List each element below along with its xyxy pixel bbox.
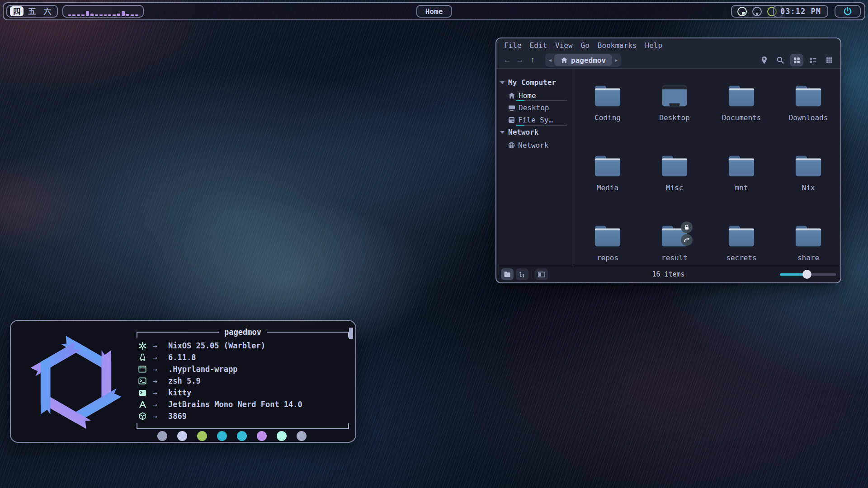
path-tab[interactable]: pagedmov — [554, 54, 612, 66]
zoom-slider-knob[interactable] — [802, 270, 811, 279]
location-pin-icon[interactable] — [757, 54, 771, 66]
clock-widget[interactable]: 03:12 PM — [773, 5, 828, 18]
back-button[interactable]: ← — [501, 54, 514, 66]
fetch-row-tux: →6.11.8 — [137, 352, 349, 363]
fm-toolbar: ← → ↑ ◂ pagedmov ▸ — [496, 52, 840, 68]
forward-button[interactable]: → — [514, 54, 526, 66]
tab-scroll-right-icon[interactable]: ▸ — [612, 57, 620, 63]
menu-file[interactable]: File — [500, 40, 526, 51]
workspace-switcher: 四五六 — [6, 5, 58, 18]
tree-pane-toggle[interactable] — [516, 268, 528, 280]
menu-view[interactable]: View — [551, 40, 577, 51]
status-ring-fill — [754, 8, 760, 15]
search-icon[interactable] — [774, 54, 787, 66]
folder-documents[interactable]: Documents — [708, 80, 775, 150]
terminal-cursor — [349, 328, 353, 339]
sidebar-item-network[interactable]: Network — [496, 139, 572, 151]
folder-desktop[interactable]: Desktop — [641, 80, 708, 150]
audio-visualizer-bars — [68, 7, 138, 16]
up-button[interactable]: ↑ — [526, 54, 539, 66]
sidebar-item-filesy[interactable]: File Sy… — [496, 113, 572, 126]
sidebar-item-label: Home — [519, 91, 536, 100]
folder-icon — [794, 84, 822, 108]
folder-icon — [594, 84, 622, 108]
viz-bar — [99, 14, 103, 16]
arrow-icon: → — [153, 400, 164, 409]
folder-name-label: Nix — [802, 183, 815, 192]
palette-dot-5 — [237, 431, 247, 441]
terminal-color-palette — [157, 431, 307, 441]
folder-mnt[interactable]: mnt — [708, 150, 775, 220]
side-panel-toggle[interactable] — [535, 268, 548, 280]
folder-coding[interactable]: Coding — [574, 80, 641, 150]
palette-dot-1 — [157, 431, 167, 441]
folder-name-label: secrets — [726, 253, 756, 262]
lock-emblem-icon — [681, 221, 693, 233]
sidebar-item-desktop[interactable]: Desktop — [496, 101, 572, 113]
window-icon — [137, 366, 148, 373]
workspace-五[interactable]: 五 — [25, 6, 39, 16]
menu-go[interactable]: Go — [577, 40, 594, 51]
sidebar-group-my-computer[interactable]: My Computer — [496, 76, 572, 89]
folder-icon — [794, 224, 822, 248]
power-button[interactable] — [835, 5, 861, 18]
status-ring-2 — [752, 7, 762, 16]
arrow-icon: → — [153, 365, 164, 374]
folder-icon — [660, 224, 689, 248]
fetch-value: 3869 — [168, 412, 187, 421]
home-icon — [508, 92, 515, 99]
arrow-icon: → — [153, 389, 164, 397]
viz-bar — [126, 14, 129, 16]
desktop-icon — [660, 84, 689, 108]
sidebar-group-label: My Computer — [508, 78, 556, 87]
palette-dot-4 — [217, 431, 227, 441]
compact-view-toggle[interactable] — [806, 54, 820, 66]
nixos-logo — [24, 331, 127, 434]
fastfetch-terminal: pagedmov →NixOS 25.05 (Warbler)→6.11.8→.… — [10, 320, 356, 443]
fetch-value: kitty — [168, 388, 191, 397]
font-icon — [137, 401, 148, 408]
folder-icon — [727, 154, 755, 178]
viz-bar — [135, 14, 138, 16]
fetch-value: .Hyprland-wrapp — [168, 365, 238, 374]
menu-help[interactable]: Help — [641, 40, 667, 51]
statusbar-separator — [532, 269, 532, 279]
menu-edit[interactable]: Edit — [526, 40, 552, 51]
fm-menubar: FileEditViewGoBookmarksHelp — [496, 38, 840, 52]
folder-downloads[interactable]: Downloads — [775, 80, 841, 150]
folder-name-label: repos — [597, 253, 618, 262]
top-status-bar: 四五六 Home 03:12 PM — [3, 2, 865, 20]
folder-nix[interactable]: Nix — [775, 150, 841, 220]
terminal-icon — [137, 389, 148, 396]
folder-media[interactable]: Media — [574, 150, 641, 220]
fetch-value: 6.11.8 — [168, 353, 196, 362]
folder-misc[interactable]: Misc — [641, 150, 708, 220]
sidebar-group-network[interactable]: Network — [496, 126, 572, 139]
viz-bar — [68, 14, 71, 16]
arrow-icon: → — [153, 353, 164, 362]
folder-icon — [727, 84, 755, 108]
folder-name-label: Coding — [594, 113, 621, 122]
folder-name-label: mnt — [735, 183, 748, 192]
status-ring-1 — [737, 7, 747, 16]
menu-bookmarks[interactable]: Bookmarks — [594, 40, 641, 51]
sidebar-item-home[interactable]: Home — [496, 89, 572, 101]
thumbnail-view-toggle[interactable] — [822, 54, 836, 66]
places-pane-toggle[interactable] — [501, 268, 514, 280]
zoom-slider[interactable] — [780, 268, 836, 280]
fm-statusbar: 16 items — [496, 266, 840, 282]
workspace-四[interactable]: 四 — [10, 6, 24, 16]
tab-scroll-left-icon[interactable]: ◂ — [546, 57, 554, 63]
fm-sidebar: My ComputerHomeDesktopFile Sy…NetworkNet… — [496, 69, 572, 266]
icon-view-toggle[interactable] — [790, 54, 803, 66]
viz-bar — [81, 14, 85, 16]
focused-window-title: Home — [416, 5, 452, 18]
palette-dot-7 — [277, 431, 287, 441]
viz-bar — [86, 11, 89, 16]
audio-visualizer — [62, 5, 144, 18]
workspace-六[interactable]: 六 — [41, 6, 54, 16]
globe-icon — [508, 142, 515, 149]
fetch-row-window: →.Hyprland-wrapp — [137, 363, 349, 375]
viz-bar — [95, 14, 98, 16]
monitor-icon — [508, 105, 515, 111]
